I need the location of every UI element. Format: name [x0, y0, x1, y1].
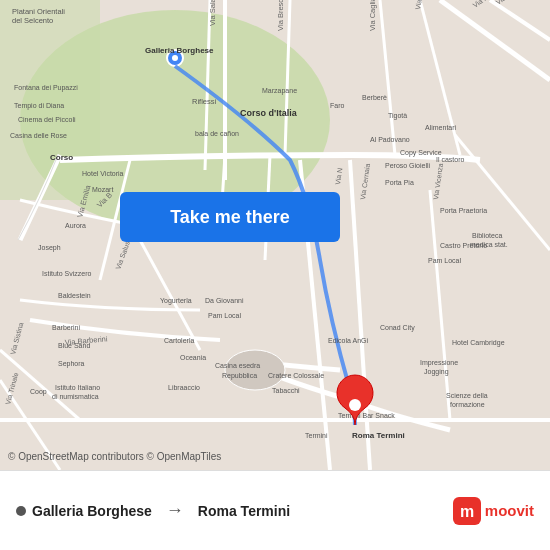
- route-from: Galleria Borghese: [32, 503, 152, 519]
- arrow-icon: →: [166, 500, 184, 521]
- svg-text:Platani Orientali: Platani Orientali: [12, 7, 65, 16]
- svg-text:Istituto Italiano: Istituto Italiano: [55, 384, 100, 391]
- svg-text:Libraaccio: Libraaccio: [168, 384, 200, 391]
- svg-text:Pam Local: Pam Local: [428, 257, 462, 264]
- svg-text:Impressione: Impressione: [420, 359, 458, 367]
- route-to: Roma Termini: [198, 503, 290, 519]
- svg-text:di numismatica: di numismatica: [52, 393, 99, 400]
- svg-text:Alimentari: Alimentari: [425, 124, 457, 131]
- moovit-logo-text: moovit: [485, 502, 534, 519]
- svg-text:Sephora: Sephora: [58, 360, 85, 368]
- svg-text:Fontana dei Pupazzi: Fontana dei Pupazzi: [14, 84, 78, 92]
- svg-text:Porta Praetoria: Porta Praetoria: [440, 207, 487, 214]
- svg-text:Yogurterla: Yogurterla: [160, 297, 192, 305]
- svg-text:Berberè: Berberè: [362, 94, 387, 101]
- svg-text:Roma Termini: Roma Termini: [352, 431, 405, 440]
- svg-text:formazione: formazione: [450, 401, 485, 408]
- svg-text:Istituto Svizzero: Istituto Svizzero: [42, 270, 92, 277]
- svg-text:Oceania: Oceania: [180, 354, 206, 361]
- moovit-logo: m moovit: [453, 497, 534, 525]
- svg-text:Aurora: Aurora: [65, 222, 86, 229]
- svg-text:Hotel Cambridge: Hotel Cambridge: [452, 339, 505, 347]
- svg-text:Corso: Corso: [50, 153, 73, 162]
- route-info: Galleria Borghese → Roma Termini: [16, 500, 290, 521]
- map-container: Platani Orientali del Selcento Galleria …: [0, 0, 550, 470]
- svg-text:Scienze della: Scienze della: [446, 392, 488, 399]
- svg-text:Corso d'Italia: Corso d'Italia: [240, 108, 298, 118]
- svg-text:bala de cañon: bala de cañon: [195, 130, 239, 137]
- svg-text:Al Padovano: Al Padovano: [370, 136, 410, 143]
- svg-text:Peroso Gioielli: Peroso Gioielli: [385, 162, 431, 169]
- svg-text:Tigotà: Tigotà: [388, 112, 407, 120]
- svg-text:Mozart: Mozart: [92, 186, 113, 193]
- svg-text:Conad City: Conad City: [380, 324, 415, 332]
- svg-text:Marzapane: Marzapane: [262, 87, 297, 95]
- bottom-bar: Galleria Borghese → Roma Termini m moovi…: [0, 470, 550, 550]
- svg-text:Riflessi: Riflessi: [192, 97, 217, 106]
- svg-point-91: [349, 399, 361, 411]
- svg-text:Il castoro: Il castoro: [436, 156, 465, 163]
- svg-text:medica stat.: medica stat.: [470, 241, 508, 248]
- svg-text:Galleria Borghese: Galleria Borghese: [145, 46, 214, 55]
- svg-point-15: [225, 350, 285, 390]
- svg-text:Da Giovanni: Da Giovanni: [205, 297, 244, 304]
- svg-text:Termini Bar Snack: Termini Bar Snack: [338, 412, 395, 419]
- svg-text:Termini: Termini: [305, 432, 328, 439]
- svg-text:Joseph: Joseph: [38, 244, 61, 252]
- svg-text:Pam Local: Pam Local: [208, 312, 242, 319]
- svg-text:Repubblica: Repubblica: [222, 372, 257, 380]
- take-me-there-button[interactable]: Take me there: [120, 192, 340, 242]
- svg-text:Porta Pia: Porta Pia: [385, 179, 414, 186]
- map-copyright: © OpenStreetMap contributors © OpenMapTi…: [8, 451, 221, 462]
- svg-text:Cratere Colossale: Cratere Colossale: [268, 372, 324, 379]
- svg-text:Cinema dei Piccoli: Cinema dei Piccoli: [18, 116, 76, 123]
- svg-text:Biblioteca: Biblioteca: [472, 232, 502, 239]
- svg-text:Jogging: Jogging: [424, 368, 449, 376]
- svg-text:Via Cagliari: Via Cagliari: [368, 0, 377, 31]
- svg-text:Via Salaria: Via Salaria: [208, 0, 217, 26]
- svg-text:Faro: Faro: [330, 102, 345, 109]
- svg-point-17: [172, 55, 178, 61]
- svg-text:Barberini: Barberini: [52, 324, 80, 331]
- moovit-logo-icon: m: [453, 497, 481, 525]
- svg-text:Casina esedra: Casina esedra: [215, 362, 260, 369]
- svg-text:Baldestein: Baldestein: [58, 292, 91, 299]
- svg-text:Via Brescia: Via Brescia: [276, 0, 285, 31]
- svg-text:Coop: Coop: [30, 388, 47, 396]
- origin-dot: [16, 506, 26, 516]
- svg-text:del Selcento: del Selcento: [12, 16, 53, 25]
- svg-text:Hotel Victoria: Hotel Victoria: [82, 170, 124, 177]
- svg-text:Tabacchi: Tabacchi: [272, 387, 300, 394]
- svg-text:Cartolerla: Cartolerla: [164, 337, 194, 344]
- svg-text:m: m: [460, 503, 474, 520]
- svg-text:Casina delle Rose: Casina delle Rose: [10, 132, 67, 139]
- svg-text:Edicola AnGi: Edicola AnGi: [328, 337, 369, 344]
- svg-text:Tempio di Diana: Tempio di Diana: [14, 102, 64, 110]
